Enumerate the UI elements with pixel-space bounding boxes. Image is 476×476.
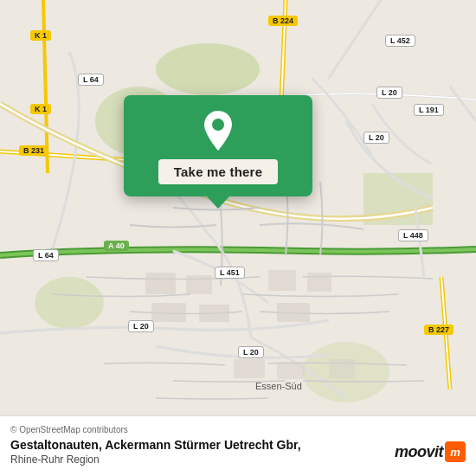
city-label-essen-sud: Essen-Süd [255,381,302,391]
location-popup: Take me there [124,95,312,196]
svg-line-7 [329,0,381,78]
svg-rect-23 [277,362,305,379]
svg-rect-17 [268,270,296,291]
svg-rect-20 [199,305,229,322]
road-badge-l448: L 448 [398,229,428,241]
road-badge-l20-mid: L 20 [363,132,389,144]
moovit-logo: moovit m [395,441,466,462]
road-badge-l451: L 451 [215,267,245,279]
road-badge-b224: B 224 [268,16,298,26]
moovit-text: moovit [395,443,443,461]
moovit-icon: m [445,441,466,462]
road-badge-k1-top: K 1 [30,30,51,41]
road-badge-l191: L 191 [414,104,444,116]
svg-point-25 [212,119,224,131]
road-badge-l20-bot: L 20 [128,320,154,332]
road-badge-l20-right: L 20 [376,87,402,99]
svg-point-0 [156,43,260,95]
road-badge-l452: L 452 [385,35,415,47]
svg-rect-16 [186,275,212,294]
svg-line-8 [450,87,476,121]
svg-point-3 [35,277,104,329]
road-badge-l64-bot: L 64 [33,249,59,261]
map-container: B 224L 452K 1K 1L 64L 20L 191B 231L 20A … [0,0,476,476]
road-badge-l64-top: L 64 [78,74,104,86]
svg-rect-15 [145,273,176,294]
svg-rect-18 [307,273,331,292]
road-badge-a40: A 40 [104,241,129,251]
svg-rect-21 [277,303,310,322]
svg-rect-22 [234,359,265,378]
road-badge-b227: B 227 [424,325,453,335]
svg-rect-24 [329,359,355,378]
svg-rect-19 [151,303,186,322]
take-me-there-button[interactable]: Take me there [158,159,278,184]
road-badge-b231: B 231 [19,145,48,156]
osm-credit: © OpenStreetMap contributors [10,425,466,434]
road-badge-l20-bot2: L 20 [238,346,264,358]
location-pin-icon [202,111,235,151]
road-badge-k1-mid: K 1 [30,104,51,114]
